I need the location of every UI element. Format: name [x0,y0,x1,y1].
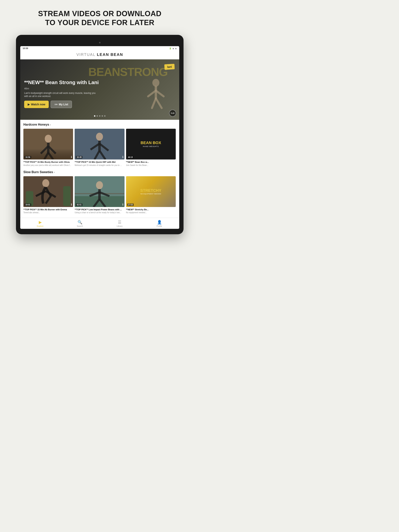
search-label: Search [77,225,83,227]
battery-icon: 🔋 [169,47,171,50]
video-subtitle-4: Toned abs ahead... [23,211,73,214]
tablet-top-bar [20,40,179,45]
play-icon: ▶ [28,103,30,106]
duration-4: 19:01 [25,203,31,206]
video-card-low-impact[interactable]: 42:51 ℹ **TOP PICK** Low Impact Power Be… [75,176,124,214]
hero-description: Lani's bodyweight strength circuit will … [24,92,100,98]
hero-duration: 46m [24,87,100,90]
status-icons: 🔋 ▲ ▲ [169,47,177,50]
section-title-hardcore-honeys: Hardcore Honeys [23,123,49,126]
camera-dot [99,42,101,44]
explore-icon: ▶ [39,220,42,225]
hero-content: **NEW** Bean Strong with Lani 46m Lani's… [24,80,100,108]
badge-4: ℹ [71,203,72,206]
content-area: Hardcore Honeys › [20,120,179,218]
vlb-badge: VLB [169,110,176,117]
search-icon: 🔍 [77,220,82,225]
video-thumb-3: BEAN BOX HAND WEIGHTS 44:13 [126,129,176,159]
video-thumb-6: STRETCHY NO EQUIPMENT NEEDED 27:53 [126,176,176,207]
nav-search[interactable]: 🔍 Search [60,220,100,227]
thumb-person-5 [75,176,124,207]
logo-bold: LEAN BEAN [97,52,123,57]
stretchy-overlay: STRETCHY NO EQUIPMENT NEEDED [126,176,176,207]
section-arrow-hardcore-honeys: › [50,123,51,126]
tablet-screen: 10:59 🔋 ▲ ▲ VIRTUAL LEAN BEAN BEANSTRONG… [20,46,179,229]
video-subtitle-2: Melissa's got 15 minutes of straight car… [75,164,124,166]
hero-dots [94,115,106,117]
stretchy-subtitle: NO EQUIPMENT NEEDED [141,193,161,195]
beanbox-title: BEAN BOX [141,141,161,145]
profile-label: Profile [157,225,162,227]
section-hardcore-honeys: Hardcore Honeys › [20,120,179,167]
duration-1: 16:56 [25,156,31,158]
video-card-booty-burner[interactable]: 16:56 ℹ **TOP PICK** 15 Min Booty Burner… [23,129,73,166]
svg-rect-23 [63,186,71,206]
video-title-1: **TOP PICK** 15 Min Booty Burner with Ol… [23,161,73,163]
app-logo: VIRTUAL LEAN BEAN [23,52,176,57]
video-subtitle-5: Using a chair or a bench at the ready fo… [75,211,124,214]
dot-4[interactable] [102,115,103,117]
section-title-slow-burn: Slow Burn Sweeties [23,170,53,174]
section-slow-burn: Slow Burn Sweeties › [20,167,179,215]
video-thumb-2: 16:49 ℹ [75,129,124,159]
svg-point-15 [96,133,103,141]
video-row-slow-burn: 19:01 ℹ **TOP PICK** 15 Min Ab Burner wi… [23,176,176,214]
video-card-stretchy[interactable]: STRETCHY NO EQUIPMENT NEEDED 27:53 **NEW… [126,176,176,214]
my-list-label: My List [59,103,68,106]
app-header: VIRTUAL LEAN BEAN [20,51,179,59]
mylist-icon: ≡+ [54,103,58,106]
video-card-hiit-mel[interactable]: 16:49 ℹ **TOP PICK** 15 Min Quick HIIT w… [75,129,124,166]
bottom-nav: ▶ Explore 🔍 Search ☰ Library 👤 Profile [20,218,179,229]
video-subtitle-6: No equipment needed... [126,211,176,214]
watch-now-label: Watch now [31,103,45,106]
video-thumb-5: 42:51 ℹ [75,176,124,207]
my-list-button[interactable]: ≡+ My List [51,101,72,108]
badge-2: ℹ [122,155,123,158]
video-subtitle-1: Another juicy ass (and a little ab) work… [23,164,73,166]
beanbox-subtitle: HAND WEIGHTS [143,146,159,147]
video-title-3: **NEW** Bean Box w... [126,161,176,163]
watch-now-button[interactable]: ▶ Watch now [24,101,49,108]
stretchy-title: STRETCHY [140,189,161,192]
status-bar: 10:59 🔋 ▲ ▲ [20,46,179,51]
section-header-slow-burn[interactable]: Slow Burn Sweeties › [23,170,176,174]
svg-point-24 [42,179,49,187]
page-heading: STREAM VIDEOS OR DOWNLOAD TO YOUR DEVICE… [22,0,177,35]
explore-label: Explore [37,225,44,227]
headline-line1: STREAM VIDEOS OR DOWNLOAD [38,10,161,18]
video-title-5: **TOP PICK** Low Impact Power Beans with… [75,208,124,211]
headline-line2: TO YOUR DEVICE FOR LATER [45,19,154,27]
svg-line-5 [156,98,162,108]
status-time: 10:59 [23,47,28,50]
thumb-person-2 [75,129,124,159]
thumb-person-1 [23,129,73,159]
video-title-2: **TOP PICK** 15 Min Quick HIIT with Mel [75,161,124,163]
signal-icon: ▲ [175,47,177,50]
nav-profile[interactable]: 👤 Profile [140,220,179,227]
dot-3[interactable] [99,115,101,117]
badge-1: ℹ [71,155,72,158]
hero-title: **NEW** Bean Strong with Lani [24,80,100,85]
thumb-person-4 [23,176,73,207]
duration-5: 42:51 [76,203,82,206]
dot-5[interactable] [104,115,106,117]
duration-3: 44:13 [127,156,134,158]
badge-5: ℹ [122,203,123,206]
section-header-hardcore-honeys[interactable]: Hardcore Honeys › [23,123,176,126]
svg-point-30 [96,181,103,189]
dot-1[interactable] [94,115,96,117]
video-card-ab-burner[interactable]: 19:01 ℹ **TOP PICK** 15 Min Ab Burner wi… [23,176,73,214]
nav-explore[interactable]: ▶ Explore [20,220,60,227]
duration-6: 27:53 [127,203,134,206]
wifi-icon: ▲ [172,47,174,50]
video-row-hardcore: 16:56 ℹ **TOP PICK** 15 Min Booty Burner… [23,129,176,166]
svg-point-7 [45,135,52,143]
nav-library[interactable]: ☰ Library [100,220,140,227]
dot-2[interactable] [97,115,98,117]
svg-line-4 [152,98,156,108]
hero-label: lani [164,64,175,70]
section-arrow-slow-burn: › [54,171,55,174]
hero-banner: BEANSTRONG lani **NEW** Bean Strong with… [20,59,179,120]
hero-buttons: ▶ Watch now ≡+ My List [24,101,100,108]
video-card-bean-box[interactable]: BEAN BOX HAND WEIGHTS 44:13 **NEW** Bean… [126,129,176,166]
